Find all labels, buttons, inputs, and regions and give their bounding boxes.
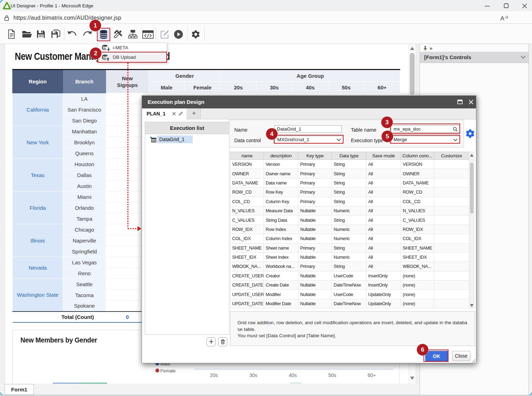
svg-text:A: A <box>500 15 505 22</box>
